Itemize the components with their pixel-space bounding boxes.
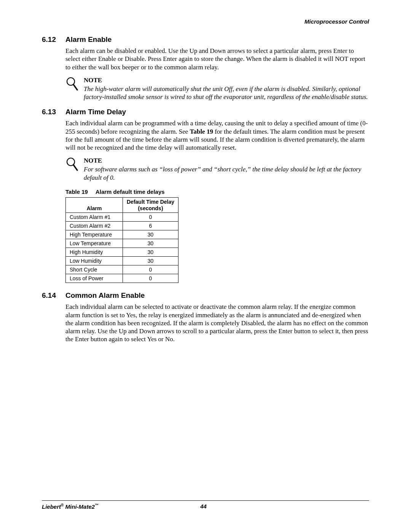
- section-title: Alarm Time Delay: [65, 108, 126, 116]
- table-row: Short Cycle0: [66, 265, 178, 274]
- page-header-chapter: Microprocessor Control: [42, 18, 369, 25]
- table-row: High Humidity30: [66, 248, 178, 257]
- table-cell-delay: 30: [123, 257, 178, 265]
- col-header-line: Default Time Delay: [127, 199, 174, 205]
- table-cell-alarm: Loss of Power: [66, 274, 123, 283]
- note-heading: NOTE: [84, 157, 369, 165]
- table-cell-delay: 6: [123, 222, 178, 230]
- table-cell-delay: 0: [123, 274, 178, 283]
- section-heading: 6.14 Common Alarm Enable: [42, 291, 369, 300]
- table-cell-alarm: Custom Alarm #1: [66, 213, 123, 222]
- svg-line-1: [73, 85, 77, 90]
- section-heading: 6.12 Alarm Enable: [42, 35, 369, 44]
- section-number: 6.13: [42, 108, 59, 116]
- section-number: 6.14: [42, 291, 59, 300]
- table-header-delay: Default Time Delay(seconds): [123, 197, 178, 213]
- svg-line-3: [73, 165, 77, 170]
- note-block: NOTE For software alarms such as “loss o…: [65, 157, 369, 182]
- magnifier-icon: [65, 157, 78, 182]
- table-cell-delay: 0: [123, 265, 178, 274]
- table-header-alarm: Alarm: [66, 197, 123, 213]
- table-reference: Table 19: [190, 128, 213, 135]
- col-header-line: (seconds): [138, 205, 163, 211]
- table-row: Loss of Power0: [66, 274, 178, 283]
- table-cell-alarm: Short Cycle: [66, 265, 123, 274]
- note-body: The high-water alarm will automatically …: [84, 85, 369, 101]
- section-title: Common Alarm Enable: [65, 291, 145, 300]
- note-block: NOTE The high-water alarm will automatic…: [65, 77, 369, 101]
- table-cell-delay: 30: [123, 239, 178, 248]
- table-cell-alarm: Low Temperature: [66, 239, 123, 248]
- section-body: Each alarm can be disabled or enabled. U…: [65, 47, 369, 71]
- table-row: Low Temperature30: [66, 239, 178, 248]
- table-cell-delay: 30: [123, 230, 178, 239]
- table-cell-delay: 0: [123, 213, 178, 222]
- table-row: Custom Alarm #10: [66, 213, 178, 222]
- footer-page-number: 44: [200, 503, 207, 510]
- section-body: Each individual alarm can be programmed …: [65, 119, 369, 152]
- note-heading: NOTE: [84, 77, 369, 84]
- table-caption: Table 19Alarm default time delays: [65, 189, 369, 195]
- magnifier-icon: [65, 77, 78, 101]
- section-body: Each individual alarm can be selected to…: [65, 303, 369, 343]
- table-cell-delay: 30: [123, 248, 178, 257]
- alarm-delay-table: Alarm Default Time Delay(seconds) Custom…: [65, 197, 178, 283]
- table-caption-label: Table 19: [65, 189, 88, 195]
- table-row: Low Humidity30: [66, 257, 178, 265]
- section-title: Alarm Enable: [65, 35, 112, 44]
- footer-product: Liebert® Mini-Mate2™: [42, 503, 99, 510]
- page-footer: Liebert® Mini-Mate2™ 44: [42, 500, 369, 510]
- table-row: Custom Alarm #26: [66, 222, 178, 230]
- table-cell-alarm: High Humidity: [66, 248, 123, 257]
- table-row: High Temperature30: [66, 230, 178, 239]
- table-caption-title: Alarm default time delays: [96, 189, 165, 195]
- section-number: 6.12: [42, 35, 59, 44]
- section-heading: 6.13 Alarm Time Delay: [42, 108, 369, 116]
- table-cell-alarm: Custom Alarm #2: [66, 222, 123, 230]
- table-cell-alarm: High Temperature: [66, 230, 123, 239]
- table-cell-alarm: Low Humidity: [66, 257, 123, 265]
- note-body: For software alarms such as “loss of pow…: [84, 165, 369, 182]
